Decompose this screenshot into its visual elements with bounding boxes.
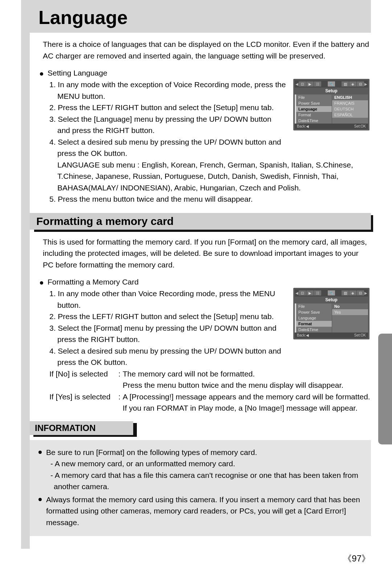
section1-bullet: Setting Language bbox=[48, 69, 107, 77]
tab-icon: ☷ bbox=[314, 81, 321, 86]
tab-icon: ◈ bbox=[349, 81, 356, 86]
tab-icon: ⊟ bbox=[357, 290, 364, 295]
no-label: If [No] is selected bbox=[49, 368, 118, 380]
back-hint: Back:◀ bbox=[297, 124, 309, 128]
step: Select the [Language] menu by pressing t… bbox=[49, 113, 286, 136]
value-item bbox=[332, 315, 368, 321]
lcd-title: Setup bbox=[295, 88, 368, 94]
tab-icon: ☷ bbox=[314, 290, 321, 295]
lcd-tab-bar: ◀ ⊡ ▶ ☷ 🔧 ▧ ◈ ⊟ ▶ bbox=[295, 80, 368, 88]
section2-bullet: Formatting a Memory Card bbox=[48, 278, 139, 286]
section2-intro: This is used for formatting the memory c… bbox=[43, 236, 371, 271]
tab-icon: ▧ bbox=[342, 81, 349, 86]
tab-icon: ▶ bbox=[306, 290, 314, 295]
page-number: 《97》 bbox=[343, 553, 370, 564]
colon: : bbox=[118, 368, 123, 380]
back-hint: Back:◀ bbox=[297, 333, 309, 337]
info-bullet-1: Be sure to run [Format] on the following… bbox=[46, 447, 362, 458]
menu-item-selected: Language bbox=[296, 106, 332, 112]
info-bullet-1a: - A new memory card, or an unformatted m… bbox=[54, 458, 362, 470]
menu-item: Date&Time bbox=[296, 118, 332, 124]
left-band bbox=[21, 0, 30, 549]
info-heading: INFORMATION bbox=[30, 421, 133, 435]
info-bullet-1b: - A memory card that has a file this cam… bbox=[54, 470, 362, 492]
menu-item: File bbox=[296, 303, 332, 309]
tab-icon: ⊟ bbox=[357, 81, 364, 86]
arrow-right-icon: ▶ bbox=[364, 81, 367, 86]
colon: : bbox=[118, 391, 123, 414]
value-item bbox=[332, 118, 368, 124]
wrench-icon: 🔧 bbox=[328, 290, 335, 295]
tab-icon: ⊡ bbox=[299, 81, 306, 86]
menu-item-selected: Format bbox=[296, 321, 332, 327]
step: Select a desired sub menu by pressing th… bbox=[49, 136, 286, 159]
step: Press the LEFT/ RIGHT button and select … bbox=[49, 102, 286, 113]
step: In any mode other than Voice Recording m… bbox=[49, 288, 286, 311]
bullet-icon bbox=[40, 281, 43, 285]
bullet-icon bbox=[38, 498, 42, 501]
info-bullet-2: Always format the memory card using this… bbox=[46, 494, 362, 528]
section2-heading: Formatting a memory card bbox=[30, 213, 371, 230]
menu-item: Language bbox=[296, 315, 332, 321]
menu-item: Format bbox=[296, 112, 332, 118]
lcd-title: Setup bbox=[295, 297, 368, 303]
value-item bbox=[332, 321, 368, 327]
step: Press the menu button twice and the menu… bbox=[49, 193, 371, 205]
menu-item: Power Save bbox=[296, 100, 332, 106]
side-tab bbox=[378, 334, 392, 444]
step: In any mode with the exception of Voice … bbox=[49, 79, 286, 102]
yes-result: A [Processing!] message appears and the … bbox=[123, 391, 371, 414]
lcd-format-menu: ◀ ⊡ ▶ ☷ 🔧 ▧ ◈ ⊟ ▶ Setup bbox=[293, 288, 369, 339]
value-item: ESPAÑOL bbox=[332, 112, 368, 118]
page-title: Language bbox=[38, 7, 371, 28]
set-hint: Set:OK bbox=[354, 333, 366, 337]
bullet-icon bbox=[38, 451, 42, 454]
tab-icon: ◈ bbox=[349, 290, 356, 295]
value-item: DEUTSCH bbox=[332, 106, 368, 112]
tab-icon: ⊡ bbox=[299, 290, 306, 295]
value-item-selected: ENGLISH bbox=[332, 94, 368, 100]
wrench-icon: 🔧 bbox=[328, 81, 335, 86]
no-result: The memory card will not be formatted. bbox=[123, 368, 371, 380]
menu-item: Power Save bbox=[296, 309, 332, 315]
no-result-2: Press the menu button twice and the menu… bbox=[49, 379, 371, 391]
step: Select the [Format] menu by pressing the… bbox=[49, 322, 286, 345]
section1-steps: In any mode with the exception of Voice … bbox=[49, 79, 286, 159]
lcd-tab-bar: ◀ ⊡ ▶ ☷ 🔧 ▧ ◈ ⊟ ▶ bbox=[295, 289, 368, 297]
set-hint: Set:OK bbox=[354, 124, 366, 128]
arrow-left-icon: ◀ bbox=[295, 290, 298, 295]
arrow-right-icon: ▶ bbox=[364, 290, 367, 295]
section2-steps: In any mode other than Voice Recording m… bbox=[49, 288, 286, 368]
bullet-icon bbox=[40, 72, 43, 76]
value-item: FRANÇAIS bbox=[332, 100, 368, 106]
menu-item: Date&Time bbox=[296, 327, 332, 333]
value-item-selected: No bbox=[332, 303, 368, 309]
tab-icon: ▧ bbox=[342, 290, 349, 295]
value-item bbox=[332, 327, 368, 333]
value-item: Yes bbox=[332, 309, 368, 315]
yes-label: If [Yes] is selected bbox=[49, 391, 118, 414]
info-box: Be sure to run [Format] on the following… bbox=[30, 440, 371, 536]
menu-item: File bbox=[296, 94, 332, 100]
step: Press the LEFT/ RIGHT button and select … bbox=[49, 311, 286, 322]
arrow-left-icon: ◀ bbox=[295, 81, 298, 86]
tab-icon: ▶ bbox=[306, 81, 314, 86]
lcd-language-menu: ◀ ⊡ ▶ ☷ 🔧 ▧ ◈ ⊟ ▶ Setup bbox=[293, 79, 369, 130]
language-submenu-note: LANGUAGE sub menu : English, Korean, Fre… bbox=[57, 159, 371, 194]
step: Select a desired sub menu by pressing th… bbox=[49, 345, 286, 368]
intro-text: There is a choice of languages that can … bbox=[43, 39, 371, 61]
